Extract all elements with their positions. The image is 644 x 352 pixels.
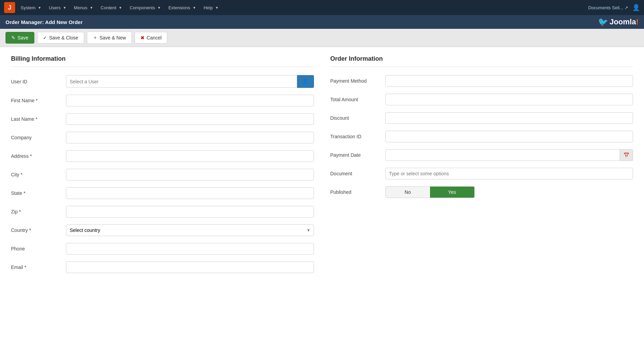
- company-row: Company: [11, 132, 314, 143]
- toolbar: ✎ Save ✓ Save & Close ＋ Save & New ✖ Can…: [0, 29, 644, 47]
- transaction-id-input[interactable]: [385, 131, 633, 142]
- zip-row: Zip *: [11, 206, 314, 218]
- payment-date-input[interactable]: [385, 149, 620, 161]
- address-label: Address *: [11, 153, 66, 159]
- calendar-button[interactable]: 📅: [620, 149, 633, 161]
- user-icon[interactable]: 👤: [632, 4, 640, 11]
- user-id-row: User ID 👤: [11, 75, 314, 88]
- select-user-button[interactable]: 👤: [297, 75, 314, 88]
- user-id-group: 👤: [66, 75, 314, 88]
- first-name-label: First Name *: [11, 98, 66, 103]
- user-id-input[interactable]: [66, 75, 297, 88]
- joomla-bird-icon: 🐦: [598, 17, 608, 27]
- payment-method-label: Payment Method: [330, 78, 385, 84]
- navbar: J System ▼ Users ▼ Menus ▼ Content ▼ Com…: [0, 0, 644, 15]
- country-row: Country * Select country: [11, 224, 314, 236]
- address-input[interactable]: [66, 150, 314, 162]
- published-no-button[interactable]: No: [386, 187, 430, 198]
- payment-date-row: Payment Date 📅: [330, 149, 633, 161]
- save-button[interactable]: ✎ Save: [5, 32, 34, 44]
- billing-section-title: Billing Information: [11, 55, 314, 67]
- discount-input[interactable]: [385, 112, 633, 124]
- zip-input[interactable]: [66, 206, 314, 218]
- total-amount-label: Total Amount: [330, 97, 385, 102]
- document-row: Document: [330, 168, 633, 179]
- published-yes-button[interactable]: Yes: [430, 187, 474, 198]
- total-amount-row: Total Amount: [330, 94, 633, 105]
- state-input[interactable]: [66, 187, 314, 199]
- phone-input[interactable]: [66, 243, 314, 255]
- email-input[interactable]: [66, 261, 314, 273]
- zip-label: Zip *: [11, 209, 66, 214]
- first-name-input[interactable]: [66, 95, 314, 106]
- city-input[interactable]: [66, 169, 314, 180]
- nav-content[interactable]: Content ▼: [97, 3, 125, 12]
- save-icon: ✎: [11, 35, 15, 40]
- nav-extensions[interactable]: Extensions ▼: [165, 3, 200, 12]
- published-label: Published: [330, 189, 385, 195]
- total-amount-input[interactable]: [385, 94, 633, 105]
- navbar-left: J System ▼ Users ▼ Menus ▼ Content ▼ Com…: [4, 2, 222, 13]
- nav-system[interactable]: System ▼: [17, 3, 45, 12]
- nav-menus[interactable]: Menus ▼: [70, 3, 97, 12]
- documents-link[interactable]: Documents Sell... ↗: [588, 5, 629, 10]
- order-section: Order Information Payment Method Total A…: [330, 55, 633, 280]
- joomla-brand: 🐦 Joomla!: [598, 17, 639, 27]
- document-input[interactable]: [385, 168, 633, 179]
- document-label: Document: [330, 171, 385, 176]
- navbar-right: Documents Sell... ↗ 👤: [588, 4, 640, 11]
- city-row: City *: [11, 169, 314, 180]
- discount-label: Discount: [330, 115, 385, 121]
- company-input[interactable]: [66, 132, 314, 143]
- payment-method-row: Payment Method: [330, 75, 633, 87]
- transaction-id-label: Transaction ID: [330, 134, 385, 139]
- email-label: Email *: [11, 265, 66, 270]
- title-bar: Order Manager: Add New Order 🐦 Joomla!: [0, 15, 644, 29]
- order-section-title: Order Information: [330, 55, 633, 67]
- payment-method-input[interactable]: [385, 75, 633, 87]
- main-content: Billing Information User ID 👤 First Name…: [0, 47, 644, 352]
- joomla-logo-icon: J: [4, 2, 15, 13]
- save-close-button[interactable]: ✓ Save & Close: [37, 32, 84, 44]
- cancel-button[interactable]: ✖ Cancel: [135, 32, 168, 44]
- address-row: Address *: [11, 150, 314, 162]
- nav-components[interactable]: Components ▼: [126, 3, 165, 12]
- user-select-icon: 👤: [302, 78, 309, 85]
- published-row: Published No Yes: [330, 186, 633, 198]
- x-icon: ✖: [140, 35, 145, 40]
- published-toggle: No Yes: [385, 186, 475, 198]
- last-name-row: Last Name *: [11, 113, 314, 125]
- payment-date-label: Payment Date: [330, 152, 385, 158]
- billing-section: Billing Information User ID 👤 First Name…: [11, 55, 314, 280]
- city-label: City *: [11, 172, 66, 177]
- last-name-input[interactable]: [66, 113, 314, 125]
- nav-users[interactable]: Users ▼: [45, 3, 70, 12]
- state-label: State *: [11, 190, 66, 196]
- company-label: Company: [11, 135, 66, 140]
- transaction-id-row: Transaction ID: [330, 131, 633, 142]
- phone-label: Phone: [11, 246, 66, 251]
- country-select-wrapper: Select country: [66, 224, 314, 236]
- calendar-icon: 📅: [623, 152, 629, 158]
- email-row: Email *: [11, 261, 314, 273]
- country-select[interactable]: Select country: [66, 224, 314, 236]
- page-title: Order Manager: Add New Order: [5, 19, 83, 25]
- user-id-label: User ID: [11, 79, 66, 84]
- first-name-row: First Name *: [11, 95, 314, 106]
- phone-row: Phone: [11, 243, 314, 255]
- discount-row: Discount: [330, 112, 633, 124]
- payment-date-group: 📅: [385, 149, 633, 161]
- plus-icon: ＋: [93, 35, 98, 41]
- country-label: Country *: [11, 227, 66, 233]
- save-new-button[interactable]: ＋ Save & New: [87, 32, 132, 44]
- nav-help[interactable]: Help ▼: [200, 3, 222, 12]
- nav-menu: System ▼ Users ▼ Menus ▼ Content ▼ Compo…: [17, 3, 222, 12]
- check-icon: ✓: [43, 35, 47, 40]
- two-column-layout: Billing Information User ID 👤 First Name…: [11, 55, 633, 280]
- last-name-label: Last Name *: [11, 116, 66, 122]
- state-row: State *: [11, 187, 314, 199]
